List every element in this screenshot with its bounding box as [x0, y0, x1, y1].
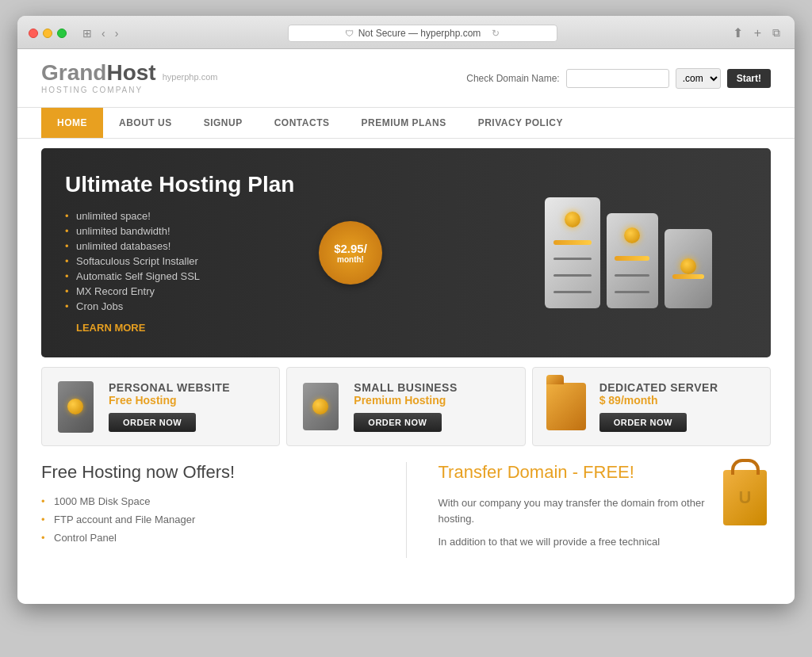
server-vent-5 [615, 291, 649, 293]
plan-icon-dedicated [542, 379, 590, 434]
hero-price-period: month! [337, 255, 364, 264]
hero-feature-7: Cron Jobs [65, 300, 509, 312]
domain-extension-select[interactable]: .com .net .org [676, 68, 721, 89]
offer-item-2: FTP account and File Manager [41, 514, 374, 525]
new-tab-button[interactable]: + [751, 25, 764, 42]
nav-item-about[interactable]: ABOUT US [103, 108, 188, 138]
traffic-lights [29, 29, 67, 38]
hero-feature-5: Automatic Self Signed SSL [65, 270, 509, 282]
plan-info-personal: PERSONAL WEBSITE Free Hosting ORDER NOW [109, 381, 270, 432]
hero-feature-2: unlimited bandwidth! [65, 225, 509, 237]
server-stripe-2 [615, 256, 649, 261]
server-unit-1 [545, 197, 600, 308]
server-stripe-3 [672, 274, 704, 279]
server-stripe-1 [553, 240, 592, 245]
site-header: GrandHost hyperphp.com HOSTING COMPANY C… [17, 49, 795, 108]
logo-area: GrandHost hyperphp.com HOSTING COMPANY [41, 62, 217, 94]
transfer-title: Transfer Domain - FREE! [439, 462, 711, 483]
back-button[interactable]: ‹ [98, 25, 109, 41]
transfer-title-highlight: FREE! [583, 462, 634, 482]
offer-item-3: Control Panel [41, 532, 374, 544]
plan-order-personal-button[interactable]: ORDER NOW [109, 413, 196, 432]
shield-icon: 🛡 [345, 29, 354, 38]
server-unit-2 [607, 213, 658, 308]
nav-item-premium[interactable]: PREMIUM PLANS [345, 108, 462, 138]
nav-item-signup[interactable]: SIGNUP [188, 108, 259, 138]
logo-host: Host [106, 60, 155, 85]
plan-icon-business [297, 379, 344, 434]
server-led-2 [624, 227, 640, 243]
plan-info-dedicated: DEDICATED SERVER $ 89/month ORDER NOW [599, 381, 760, 432]
transfer-title-text: Transfer Domain - [439, 462, 578, 482]
offers-section: Free Hosting now Offers! 1000 MB Disk Sp… [41, 462, 771, 574]
transfer-bag-image [723, 462, 771, 525]
sidebar-toggle-button[interactable]: ⊞ [79, 25, 95, 41]
plan-card-business: SMALL BUSINESS Premium Hosting ORDER NOW [286, 367, 525, 446]
logo-subtitle: HOSTING COMPANY [41, 86, 217, 94]
offer-item-1: 1000 MB Disk Space [41, 495, 374, 507]
plan-card-personal: PERSONAL WEBSITE Free Hosting ORDER NOW [41, 367, 280, 446]
plan-card-dedicated: DEDICATED SERVER $ 89/month ORDER NOW [532, 367, 771, 446]
nav-item-privacy[interactable]: PRIVACY POLICY [462, 108, 579, 138]
logo-brand: GrandHost [41, 62, 156, 84]
domain-check-button[interactable]: Start! [727, 69, 771, 88]
transfer-desc-1: With our company you may transfer the do… [439, 495, 711, 526]
hero-banner: Ultimate Hosting Plan unlimited space! u… [41, 148, 771, 357]
server-vent-3 [553, 291, 592, 293]
plans-section: PERSONAL WEBSITE Free Hosting ORDER NOW … [41, 367, 771, 446]
folder-icon [546, 383, 586, 430]
plan-order-dedicated-button[interactable]: ORDER NOW [599, 413, 687, 432]
server-vent-1 [553, 258, 592, 260]
domain-check-label: Check Domain Name: [466, 73, 559, 84]
hero-feature-4: Softaculous Script Installer [65, 255, 509, 267]
transfer-domain-col: Transfer Domain - FREE! With our company… [439, 462, 772, 558]
hero-features: unlimited space! unlimited bandwidth! un… [65, 210, 509, 312]
hero-server-image [509, 197, 747, 308]
hero-text: Ultimate Hosting Plan unlimited space! u… [65, 172, 509, 334]
nav-item-home[interactable]: HOME [41, 108, 103, 138]
plan-order-business-button[interactable]: ORDER NOW [354, 413, 441, 432]
free-hosting-col: Free Hosting now Offers! 1000 MB Disk Sp… [41, 462, 374, 558]
minimize-button[interactable] [43, 29, 52, 38]
maximize-button[interactable] [57, 29, 67, 38]
server-led-3 [680, 258, 696, 274]
logo-grand: Grand [41, 60, 106, 85]
browser-controls: ⊞ ‹ › [79, 25, 121, 41]
nav-item-contacts[interactable]: CONTACTS [259, 108, 346, 138]
server-icon [58, 381, 94, 433]
hero-title: Ultimate Hosting Plan [65, 172, 509, 197]
browser-actions: ⬆ + ⧉ [730, 24, 783, 42]
offers-divider [406, 462, 407, 558]
server-icon-2 [303, 383, 339, 430]
hero-price-value: $2.95/ [334, 242, 367, 255]
logo-domain: hyperphp.com [163, 72, 218, 82]
server-unit-3 [665, 229, 712, 308]
plan-icon-personal [52, 379, 99, 434]
plan-subtitle-business: Premium Hosting [354, 394, 515, 407]
server-group [545, 197, 712, 308]
close-button[interactable] [29, 29, 38, 38]
server-vent-2 [553, 274, 592, 277]
transfer-desc-2: In addition to that we will provide a fr… [439, 534, 711, 550]
hero-feature-1: unlimited space! [65, 210, 509, 222]
plan-title-dedicated: DEDICATED SERVER [599, 381, 760, 394]
hero-feature-6: MX Record Entry [65, 285, 509, 297]
plan-title-personal: PERSONAL WEBSITE [109, 381, 270, 394]
hero-learn-more-link[interactable]: LEARN MORE [76, 322, 509, 334]
tabs-button[interactable]: ⧉ [769, 25, 783, 41]
address-text: Not Secure — hyperphp.com [358, 28, 481, 39]
address-bar[interactable]: 🛡 Not Secure — hyperphp.com ↻ [288, 25, 557, 42]
transfer-text: Transfer Domain - FREE! With our company… [439, 462, 711, 558]
share-button[interactable]: ⬆ [730, 24, 746, 42]
free-hosting-list: 1000 MB Disk Space FTP account and File … [41, 495, 374, 544]
refresh-icon[interactable]: ↻ [492, 28, 500, 39]
free-hosting-title: Free Hosting now Offers! [41, 462, 374, 483]
server-led-1 [565, 212, 580, 227]
hero-feature-3: unlimited databases! [65, 240, 509, 252]
forward-button[interactable]: › [112, 25, 122, 41]
address-bar-area: 🛡 Not Secure — hyperphp.com ↻ [128, 25, 716, 42]
hero-price-badge: $2.95/ month! [319, 221, 382, 285]
domain-check-input[interactable] [566, 69, 669, 88]
browser-titlebar: ⊞ ‹ › 🛡 Not Secure — hyperphp.com ↻ ⬆ + … [17, 16, 795, 49]
domain-check-area: Check Domain Name: .com .net .org Start! [466, 68, 771, 89]
